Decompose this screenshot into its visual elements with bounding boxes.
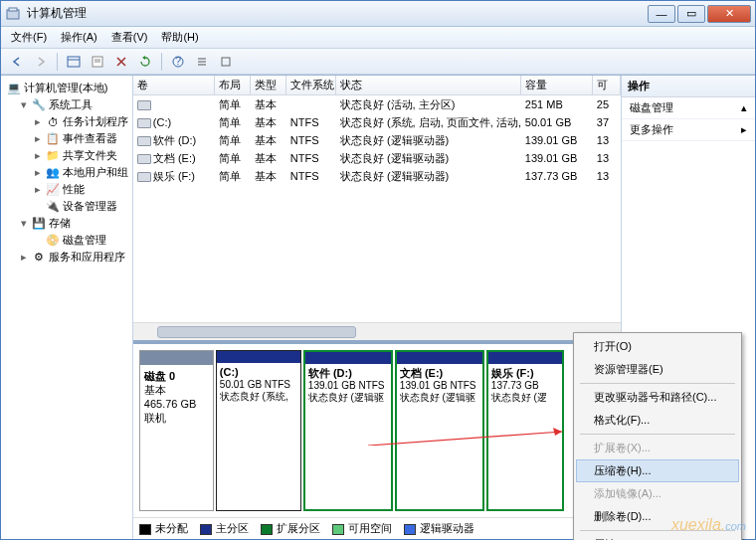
collapse-icon[interactable]: ▾ bbox=[19, 217, 29, 230]
folder-icon: 📁 bbox=[46, 149, 60, 163]
tree-diskmgmt[interactable]: 📀磁盘管理 bbox=[3, 232, 130, 249]
separator bbox=[57, 53, 58, 71]
ctx-mirror: 添加镜像(A)... bbox=[576, 482, 739, 505]
menubar: 文件(F) 操作(A) 查看(V) 帮助(H) bbox=[1, 27, 755, 49]
expand-icon[interactable]: ▸ bbox=[33, 183, 43, 196]
volume-list: 卷 布局 类型 文件系统 状态 容量 可 简单基本状态良好 (活动, 主分区)2… bbox=[133, 76, 621, 340]
tree-perf[interactable]: ▸📈性能 bbox=[3, 181, 130, 198]
ctx-open[interactable]: 打开(O) bbox=[576, 335, 739, 358]
clock-icon: ⏱ bbox=[46, 115, 60, 129]
svg-rect-12 bbox=[222, 58, 230, 66]
partition[interactable]: 娱乐 (F:)137.73 GB状态良好 (逻 bbox=[486, 350, 564, 511]
tree-services[interactable]: ▸⚙服务和应用程序 bbox=[3, 249, 130, 266]
ctx-explore[interactable]: 资源管理器(E) bbox=[576, 358, 739, 381]
collapse-icon: ▴ bbox=[741, 101, 747, 114]
actions-more[interactable]: 更多操作▸ bbox=[622, 119, 755, 141]
chevron-right-icon: ▸ bbox=[741, 123, 747, 136]
disk-info[interactable]: 磁盘 0 基本 465.76 GB 联机 bbox=[139, 350, 214, 511]
tree-shared[interactable]: ▸📁共享文件夹 bbox=[3, 147, 130, 164]
table-body[interactable]: 简单基本状态良好 (活动, 主分区)251 MB25(C:)简单基本NTFS状态… bbox=[133, 95, 621, 322]
device-icon: 🔌 bbox=[46, 200, 60, 214]
col-volume[interactable]: 卷 bbox=[133, 76, 215, 94]
table-row[interactable]: 文档 (E:)简单基本NTFS状态良好 (逻辑驱动器)139.01 GB13 bbox=[133, 149, 621, 167]
nav-tree[interactable]: 💻计算机管理(本地) ▾🔧系统工具 ▸⏱任务计划程序 ▸📋事件查看器 ▸📁共享文… bbox=[1, 76, 133, 539]
col-layout[interactable]: 布局 bbox=[215, 76, 251, 94]
delete-icon[interactable] bbox=[111, 52, 131, 72]
partition[interactable]: 文档 (E:)139.01 GB NTFS状态良好 (逻辑驱 bbox=[395, 350, 484, 511]
back-icon[interactable] bbox=[7, 52, 27, 72]
scroll-thumb[interactable] bbox=[157, 326, 356, 338]
actions-diskmgmt[interactable]: 磁盘管理▴ bbox=[622, 97, 755, 119]
menu-file[interactable]: 文件(F) bbox=[5, 28, 53, 47]
help-icon[interactable]: ? bbox=[168, 52, 188, 72]
forward-icon[interactable] bbox=[31, 52, 51, 72]
separator bbox=[161, 53, 162, 71]
watermark: xuexila.com bbox=[671, 516, 746, 534]
partition[interactable]: (C:)50.01 GB NTFS状态良好 (系统, bbox=[216, 350, 301, 511]
tree-root[interactable]: 💻计算机管理(本地) bbox=[3, 80, 130, 96]
table-row[interactable]: (C:)简单基本NTFS状态良好 (系统, 启动, 页面文件, 活动, 主分区)… bbox=[133, 113, 621, 131]
col-free[interactable]: 可 bbox=[593, 76, 621, 94]
view-icon[interactable] bbox=[64, 52, 84, 72]
ctx-props[interactable]: 属性(P) bbox=[576, 533, 739, 540]
settings-icon[interactable] bbox=[216, 52, 236, 72]
tree-devmgr[interactable]: 🔌设备管理器 bbox=[3, 198, 130, 215]
col-status[interactable]: 状态 bbox=[336, 76, 521, 94]
disk-name: 磁盘 0 bbox=[144, 370, 175, 382]
toolbar: ? bbox=[1, 49, 755, 75]
storage-icon: 💾 bbox=[32, 217, 46, 231]
menu-action[interactable]: 操作(A) bbox=[55, 28, 103, 47]
legend-free: 可用空间 bbox=[332, 521, 392, 536]
legend: 未分配 主分区 扩展分区 可用空间 逻辑驱动器 bbox=[133, 517, 621, 539]
horizontal-scrollbar[interactable] bbox=[133, 322, 621, 340]
disk-size: 465.76 GB bbox=[144, 398, 197, 410]
menu-view[interactable]: 查看(V) bbox=[105, 28, 154, 47]
expand-icon[interactable]: ▸ bbox=[33, 166, 43, 179]
disk-map: 磁盘 0 基本 465.76 GB 联机 (C:)50.01 GB NTFS状态… bbox=[133, 340, 621, 539]
table-row[interactable]: 娱乐 (F:)简单基本NTFS状态良好 (逻辑驱动器)137.73 GB13 bbox=[133, 167, 621, 185]
disk-type: 基本 bbox=[144, 384, 166, 396]
minimize-button[interactable]: — bbox=[648, 5, 675, 23]
tree-event[interactable]: ▸📋事件查看器 bbox=[3, 130, 130, 147]
ctx-extend: 扩展卷(X)... bbox=[576, 437, 739, 459]
expand-icon[interactable]: ▸ bbox=[19, 251, 29, 264]
close-button[interactable]: ✕ bbox=[707, 5, 751, 23]
expand-icon[interactable]: ▸ bbox=[33, 149, 43, 162]
legend-extended: 扩展分区 bbox=[261, 521, 320, 536]
collapse-icon[interactable]: ▾ bbox=[19, 98, 29, 111]
legend-unallocated: 未分配 bbox=[139, 521, 188, 536]
col-type[interactable]: 类型 bbox=[251, 76, 286, 94]
table-row[interactable]: 简单基本状态良好 (活动, 主分区)251 MB25 bbox=[133, 95, 621, 113]
tools-icon: 🔧 bbox=[32, 98, 46, 112]
partitions: (C:)50.01 GB NTFS状态良好 (系统,软件 (D:)139.01 … bbox=[216, 350, 615, 511]
refresh-icon[interactable] bbox=[135, 52, 155, 72]
svg-rect-1 bbox=[9, 8, 17, 11]
separator bbox=[580, 383, 735, 384]
maximize-button[interactable]: ▭ bbox=[677, 5, 705, 23]
computer-icon: 💻 bbox=[7, 82, 21, 95]
context-menu: 打开(O) 资源管理器(E) 更改驱动器号和路径(C)... 格式化(F)...… bbox=[573, 332, 742, 540]
list-icon[interactable] bbox=[192, 52, 212, 72]
main-panel: 卷 布局 类型 文件系统 状态 容量 可 简单基本状态良好 (活动, 主分区)2… bbox=[133, 76, 622, 539]
tree-systools[interactable]: ▾🔧系统工具 bbox=[3, 96, 130, 113]
legend-logical: 逻辑驱动器 bbox=[404, 521, 474, 536]
expand-icon[interactable]: ▸ bbox=[33, 115, 43, 128]
tree-scheduler[interactable]: ▸⏱任务计划程序 bbox=[3, 113, 130, 130]
partition[interactable]: 软件 (D:)139.01 GB NTFS状态良好 (逻辑驱 bbox=[303, 350, 393, 511]
expand-icon[interactable]: ▸ bbox=[33, 132, 43, 145]
actions-header: 操作 bbox=[622, 76, 755, 97]
tree-users[interactable]: ▸👥本地用户和组 bbox=[3, 164, 130, 181]
ctx-change-letter[interactable]: 更改驱动器号和路径(C)... bbox=[576, 386, 739, 409]
event-icon: 📋 bbox=[46, 132, 60, 146]
col-fs[interactable]: 文件系统 bbox=[286, 76, 336, 94]
disk-icon: 📀 bbox=[46, 234, 60, 248]
app-icon bbox=[5, 6, 21, 22]
properties-icon[interactable] bbox=[88, 52, 107, 72]
tree-storage[interactable]: ▾💾存储 bbox=[3, 215, 130, 232]
ctx-format[interactable]: 格式化(F)... bbox=[576, 409, 739, 432]
col-capacity[interactable]: 容量 bbox=[521, 76, 593, 94]
table-row[interactable]: 软件 (D:)简单基本NTFS状态良好 (逻辑驱动器)139.01 GB13 bbox=[133, 131, 621, 149]
ctx-shrink[interactable]: 压缩卷(H)... bbox=[576, 459, 739, 482]
window-title: 计算机管理 bbox=[27, 5, 646, 22]
menu-help[interactable]: 帮助(H) bbox=[155, 28, 204, 47]
